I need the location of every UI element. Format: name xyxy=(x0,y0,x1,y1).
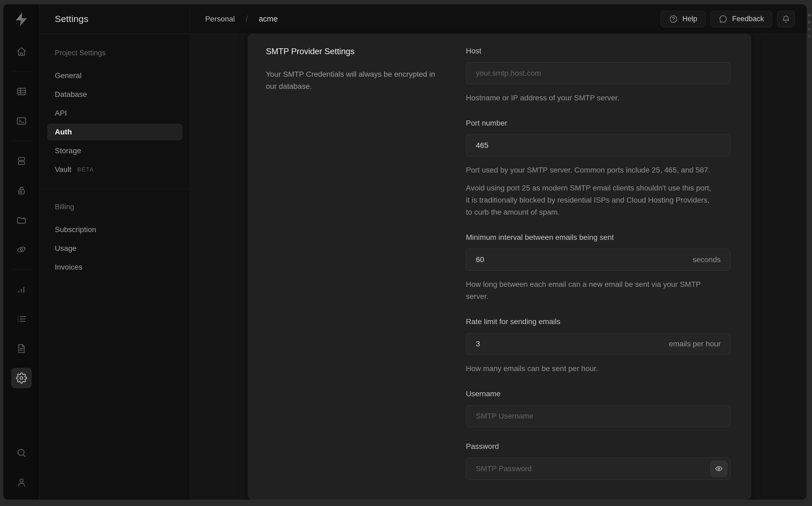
app-window: Settings Project Settings General Databa… xyxy=(3,4,807,500)
help-circle-icon xyxy=(669,14,678,24)
min-interval-input[interactable] xyxy=(466,249,730,271)
desktop: { "theme": { "outer_bg": "#2a2a2a", "win… xyxy=(0,0,812,506)
breadcrumb-project[interactable]: acme xyxy=(259,14,278,23)
docs-icon[interactable] xyxy=(11,338,32,359)
edge-functions-icon[interactable] xyxy=(11,239,32,260)
rail-divider xyxy=(11,269,31,270)
top-bar: Personal / acme Help xyxy=(190,4,807,34)
sidebar-menu: Project Settings General Database API Au… xyxy=(40,34,190,278)
section-header-billing: Billing xyxy=(40,203,190,211)
min-interval-input-wrap: seconds xyxy=(466,249,730,271)
rate-limit-label: Rate limit for sending emails xyxy=(466,317,730,326)
logs-icon[interactable] xyxy=(11,309,32,329)
feedback-button-label: Feedback xyxy=(732,15,764,23)
field-rate-limit: Rate limit for sending emails emails per… xyxy=(466,317,730,374)
sql-editor-icon[interactable] xyxy=(11,111,32,131)
port-input[interactable] xyxy=(466,135,730,156)
field-username: Username xyxy=(466,390,730,427)
host-helper: Hostname or IP address of your SMTP serv… xyxy=(466,92,716,104)
sidebar-item-storage[interactable]: Storage xyxy=(47,143,182,159)
min-interval-helper: How long between each email can a new em… xyxy=(466,278,716,303)
host-label: Host xyxy=(466,47,730,55)
reports-icon[interactable] xyxy=(11,279,32,300)
top-actions: Help Feedback xyxy=(661,11,795,27)
section-header-project-settings: Project Settings xyxy=(40,49,190,57)
rail-divider xyxy=(11,71,31,72)
field-min-interval: Minimum interval between emails being se… xyxy=(466,233,730,303)
username-label: Username xyxy=(466,390,730,398)
port-helper-2: Avoid using port 25 as modern SMTP email… xyxy=(466,182,716,218)
supabase-logo-icon[interactable] xyxy=(14,12,29,27)
settings-gear-icon[interactable] xyxy=(11,368,32,388)
main-area: Personal / acme Help xyxy=(190,4,807,500)
toggle-password-visibility-button[interactable] xyxy=(711,461,727,477)
icon-rail xyxy=(3,4,40,500)
host-input[interactable] xyxy=(466,62,730,84)
page-title: Settings xyxy=(55,14,88,24)
sidebar-item-database[interactable]: Database xyxy=(47,86,182,103)
sidebar-item-vault[interactable]: Vault BETA xyxy=(47,161,182,178)
port-helper-1: Port used by your SMTP server. Common po… xyxy=(466,164,716,176)
help-button-label: Help xyxy=(682,15,697,23)
rate-limit-input-wrap: emails per hour xyxy=(466,333,730,355)
breadcrumb-org[interactable]: Personal xyxy=(205,15,235,23)
bell-icon xyxy=(782,14,791,24)
beta-badge: BETA xyxy=(77,166,94,173)
field-host: Host Hostname or IP address of your SMTP… xyxy=(466,47,730,104)
settings-sidebar: Settings Project Settings General Databa… xyxy=(40,4,190,500)
card-description: Your SMTP Credentials will always be enc… xyxy=(266,68,443,92)
page-scrollbar[interactable] xyxy=(808,14,811,17)
sidebar-item-general[interactable]: General xyxy=(47,67,182,84)
feedback-button[interactable]: Feedback xyxy=(710,11,772,27)
username-input[interactable] xyxy=(466,405,730,427)
content-area: SMTP Provider Settings Your SMTP Credent… xyxy=(190,34,807,500)
sidebar-item-usage[interactable]: Usage xyxy=(47,240,182,257)
host-input-wrap xyxy=(466,62,730,84)
chat-bubble-icon xyxy=(719,14,728,24)
field-port: Port number Port used by your SMTP serve… xyxy=(466,119,730,218)
username-input-wrap xyxy=(466,405,730,427)
sidebar-header: Settings xyxy=(40,4,190,34)
card-intro: SMTP Provider Settings Your SMTP Credent… xyxy=(266,47,443,500)
help-button[interactable]: Help xyxy=(661,11,706,27)
breadcrumb-separator: / xyxy=(246,14,248,24)
sidebar-item-subscription[interactable]: Subscription xyxy=(47,221,182,238)
sidebar-item-api[interactable]: API xyxy=(47,105,182,121)
port-input-wrap xyxy=(466,135,730,156)
notifications-button[interactable] xyxy=(777,11,795,27)
rate-limit-helper: How many emails can be sent per hour. xyxy=(466,362,716,374)
storage-icon[interactable] xyxy=(11,210,32,230)
sidebar-item-invoices[interactable]: Invoices xyxy=(47,259,182,275)
sidebar-item-label: Vault xyxy=(55,165,71,174)
min-interval-label: Minimum interval between emails being se… xyxy=(466,233,730,242)
card-title: SMTP Provider Settings xyxy=(266,47,443,56)
sidebar-item-auth[interactable]: Auth xyxy=(47,124,182,140)
eye-icon xyxy=(715,465,723,473)
table-editor-icon[interactable] xyxy=(11,81,32,102)
smtp-form: Host Hostname or IP address of your SMTP… xyxy=(466,47,730,500)
home-icon[interactable] xyxy=(11,41,32,62)
database-icon[interactable] xyxy=(11,151,32,171)
port-label: Port number xyxy=(466,119,730,128)
user-profile-icon[interactable] xyxy=(11,472,32,493)
search-icon[interactable] xyxy=(11,443,32,463)
rate-limit-input[interactable] xyxy=(466,333,730,355)
smtp-settings-card: SMTP Provider Settings Your SMTP Credent… xyxy=(247,34,751,500)
auth-lock-icon[interactable] xyxy=(11,180,32,201)
password-label: Password xyxy=(466,442,730,451)
field-password: Password xyxy=(466,442,730,480)
rail-divider xyxy=(11,141,31,141)
password-input[interactable] xyxy=(466,458,730,480)
password-input-wrap xyxy=(466,458,730,480)
